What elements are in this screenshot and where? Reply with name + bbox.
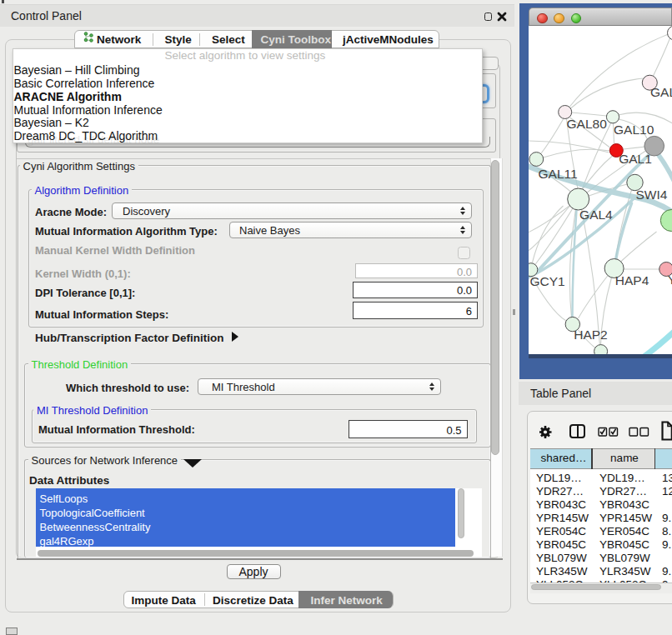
- svg-text:SWI4: SWI4: [635, 188, 667, 202]
- svg-text:GAL4: GAL4: [579, 208, 613, 222]
- svg-text:GAL10: GAL10: [614, 122, 654, 137]
- svg-text:HAP4: HAP4: [614, 273, 649, 288]
- svg-text:HAP2: HAP2: [574, 328, 608, 342]
- svg-text:GCY1: GCY1: [529, 274, 564, 288]
- svg-text:Y: Y: [667, 272, 672, 287]
- svg-text:GAL80: GAL80: [566, 117, 607, 131]
- svg-text:GAL11: GAL11: [538, 167, 577, 181]
- svg-text:GAL1: GAL1: [619, 152, 652, 166]
- svg-text:GAL2: GAL2: [650, 85, 672, 99]
